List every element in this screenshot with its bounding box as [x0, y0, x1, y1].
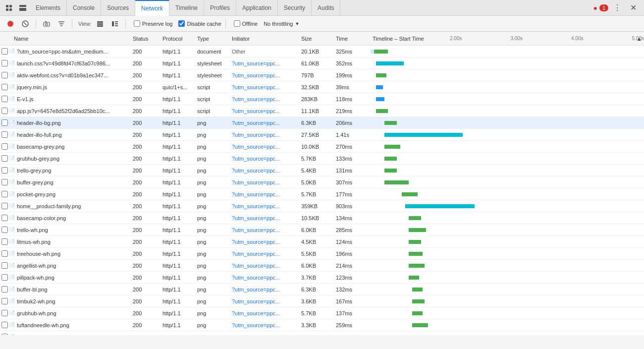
row-checkbox[interactable]	[1, 250, 8, 257]
devtools-dock-icon[interactable]	[16, 0, 30, 16]
table-row[interactable]: 📄 grubhub-grey.png 200 http/1.1 png ?utm…	[0, 153, 644, 165]
tab-sources[interactable]: Sources	[101, 0, 135, 16]
tab-audits[interactable]: Audits	[312, 0, 340, 16]
col-header-size[interactable]: Size	[301, 36, 336, 42]
table-row[interactable]: 📄 pocket.png 200 http/1.1 png ?utm_sourc…	[0, 331, 644, 335]
tab-timeline[interactable]: Timeline	[169, 0, 204, 16]
record-button[interactable]	[4, 17, 17, 30]
row-checkbox[interactable]	[1, 203, 8, 209]
tab-security[interactable]: Security	[278, 0, 312, 16]
row-initiator[interactable]: ?utm_source=ppc...	[232, 96, 301, 102]
row-checkbox[interactable]	[1, 238, 8, 245]
row-initiator[interactable]: ?utm_source=ppc...	[232, 227, 301, 233]
row-initiator[interactable]: ?utm_source=ppc...	[232, 156, 301, 162]
table-row[interactable]: 📄 trello-grey.png 200 http/1.1 png ?utm_…	[0, 165, 644, 176]
tab-profiles[interactable]: Profiles	[204, 0, 236, 16]
row-checkbox[interactable]	[1, 262, 8, 269]
row-checkbox[interactable]	[1, 274, 8, 281]
table-row[interactable]: 📄 angellist-wh.png 200 http/1.1 png ?utm…	[0, 260, 644, 272]
row-checkbox[interactable]	[1, 108, 8, 114]
row-initiator[interactable]: ?utm_source=ppc...	[232, 168, 301, 174]
row-initiator[interactable]: ?utm_source=ppc...	[232, 298, 301, 304]
table-row[interactable]: 📄 home__product-family.png 200 http/1.1 …	[0, 200, 644, 212]
clear-button[interactable]	[19, 17, 32, 30]
throttle-select[interactable]: No throttling ▼	[264, 21, 299, 27]
row-checkbox[interactable]	[1, 60, 8, 66]
row-initiator[interactable]: ?utm_source=ppc...	[232, 144, 301, 150]
table-row[interactable]: 📄 E-v1.js 200 http/1.1 script ?utm_sourc…	[0, 93, 644, 105]
col-header-initiator[interactable]: Initiator	[232, 36, 301, 42]
row-checkbox[interactable]	[1, 143, 8, 150]
row-checkbox[interactable]	[1, 310, 8, 316]
row-initiator[interactable]: ?utm_source=ppc...	[232, 132, 301, 138]
tab-application[interactable]: Application	[236, 0, 278, 16]
row-checkbox[interactable]	[1, 215, 8, 221]
col-header-time[interactable]: Time	[336, 36, 371, 42]
table-row[interactable]: 📄 header-illo-bg.png 200 http/1.1 png ?u…	[0, 117, 644, 129]
table-row[interactable]: 📄 header-illo-full.png 200 http/1.1 png …	[0, 129, 644, 141]
row-checkbox[interactable]	[1, 286, 8, 292]
row-initiator[interactable]: ?utm_source=ppc...	[232, 84, 301, 90]
row-checkbox[interactable]	[1, 298, 8, 304]
row-initiator[interactable]: ?utm_source=ppc...	[232, 203, 301, 209]
row-checkbox[interactable]	[1, 155, 8, 162]
row-initiator[interactable]: ?utm_source=ppc...	[232, 60, 301, 66]
table-row[interactable]: 📄 basecamp-color.png 200 http/1.1 png ?u…	[0, 212, 644, 224]
offline-checkbox[interactable]	[234, 20, 240, 27]
filter-button[interactable]	[55, 17, 68, 30]
table-row[interactable]: 📄 ?utm_source=ppc-tm&utm_medium... 200 h…	[0, 46, 644, 58]
col-header-type[interactable]: Type	[197, 36, 232, 42]
table-row[interactable]: 📄 aktiv-webfont.css?v=d01b9a1ec347... 20…	[0, 69, 644, 81]
row-initiator[interactable]: ?utm_source=ppc...	[232, 239, 301, 245]
table-row[interactable]: 📄 tuftandneedle-wh.png 200 http/1.1 png …	[0, 319, 644, 331]
col-header-timeline[interactable]: Timeline – Start Time ▲ 2.00s3.00s4.00s5…	[371, 36, 644, 42]
tab-elements[interactable]: Elements	[30, 0, 67, 16]
row-checkbox[interactable]	[1, 334, 8, 335]
tab-network[interactable]: Network	[135, 0, 169, 16]
row-checkbox[interactable]	[1, 96, 8, 102]
col-header-name[interactable]: Name	[0, 36, 133, 42]
view-list-button[interactable]	[94, 17, 107, 30]
col-header-protocol[interactable]: Protocol	[162, 36, 197, 42]
table-row[interactable]: 📄 app.js?v=6457e8d52f2d6ad25bb10c... 200…	[0, 105, 644, 117]
devtools-settings-icon[interactable]	[2, 0, 16, 16]
row-initiator[interactable]: ?utm_source=ppc...	[232, 263, 301, 269]
row-checkbox[interactable]	[1, 131, 8, 138]
row-checkbox[interactable]	[1, 227, 8, 233]
tab-console[interactable]: Console	[67, 0, 101, 16]
table-row[interactable]: 📄 grubhub-wh.png 200 http/1.1 png ?utm_s…	[0, 307, 644, 319]
row-initiator[interactable]: ?utm_source=ppc...	[232, 310, 301, 316]
row-checkbox[interactable]	[1, 72, 8, 78]
row-checkbox[interactable]	[1, 84, 8, 90]
col-header-status[interactable]: Status	[133, 36, 162, 42]
row-initiator[interactable]: ?utm_source=ppc...	[232, 191, 301, 197]
row-initiator[interactable]: ?utm_source=ppc...	[232, 322, 301, 328]
table-row[interactable]: 📄 launch.css?v=49d8fd47cf63a07c986... 20…	[0, 58, 644, 69]
row-initiator[interactable]: ?utm_source=ppc...	[232, 334, 301, 336]
table-row[interactable]: 📄 trello-wh.png 200 http/1.1 png ?utm_so…	[0, 224, 644, 236]
screenshot-button[interactable]	[40, 17, 53, 30]
disable-cache-checkbox[interactable]	[178, 20, 185, 27]
row-initiator[interactable]: ?utm_source=ppc...	[232, 179, 301, 185]
preserve-log-checkbox[interactable]	[134, 20, 140, 27]
table-row[interactable]: 📄 timbuk2-wh.png 200 http/1.1 png ?utm_s…	[0, 295, 644, 307]
row-checkbox[interactable]	[1, 119, 8, 126]
table-row[interactable]: 📄 buffer-bl.png 200 http/1.1 png ?utm_so…	[0, 284, 644, 295]
row-checkbox[interactable]	[1, 179, 8, 185]
table-row[interactable]: 📄 buffer-grey.png 200 http/1.1 png ?utm_…	[0, 176, 644, 188]
table-row[interactable]: 📄 treehouse-wh.png 200 http/1.1 png ?utm…	[0, 248, 644, 260]
row-initiator[interactable]: ?utm_source=ppc...	[232, 251, 301, 257]
row-checkbox[interactable]	[1, 48, 8, 55]
row-checkbox[interactable]	[1, 322, 8, 328]
row-initiator[interactable]: ?utm_source=ppc...	[232, 120, 301, 126]
row-initiator[interactable]: ?utm_source=ppc...	[232, 275, 301, 281]
row-initiator[interactable]: ?utm_source=ppc...	[232, 287, 301, 292]
table-row[interactable]: 📄 pocket-grey.png 200 http/1.1 png ?utm_…	[0, 188, 644, 200]
table-row[interactable]: 📄 basecamp-grey.png 200 http/1.1 png ?ut…	[0, 141, 644, 153]
view-detail-button[interactable]	[108, 17, 121, 30]
row-checkbox[interactable]	[1, 167, 8, 174]
row-initiator[interactable]: ?utm_source=ppc...	[232, 215, 301, 221]
row-initiator[interactable]: ?utm_source=ppc...	[232, 72, 301, 78]
table-row[interactable]: 📄 pillpack-wh.png 200 http/1.1 png ?utm_…	[0, 272, 644, 284]
more-menu-button[interactable]: ⋮	[610, 1, 624, 15]
